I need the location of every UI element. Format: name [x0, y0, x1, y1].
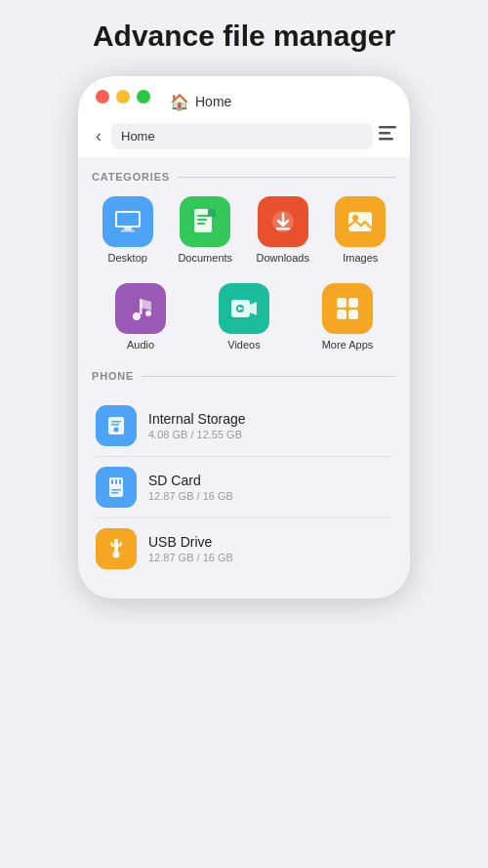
address-input[interactable]	[111, 123, 373, 149]
sdcard-size: 12.87 GB / 16 GB	[148, 490, 233, 502]
usb-info: USB Drive 12.87 GB / 16 GB	[148, 534, 233, 563]
maximize-button[interactable]	[137, 90, 150, 103]
category-desktop[interactable]: Desktop	[92, 196, 164, 264]
categories-divider	[178, 177, 396, 178]
svg-point-28	[114, 428, 119, 433]
videos-label: Videos	[227, 339, 260, 351]
svg-point-17	[145, 310, 151, 316]
usb-icon	[96, 528, 137, 569]
desktop-icon	[102, 196, 153, 247]
svg-rect-32	[115, 479, 117, 484]
window-title: Home	[195, 94, 231, 109]
minimize-button[interactable]	[116, 90, 130, 103]
svg-rect-40	[120, 542, 123, 546]
home-icon: 🏠	[170, 93, 189, 111]
svg-rect-31	[111, 479, 113, 484]
svg-rect-9	[197, 219, 207, 221]
phone-frame: 🏠 Home ‹ CATEGORIES	[78, 76, 410, 599]
internal-storage-icon	[96, 405, 137, 446]
sdcard-name: SD Card	[148, 473, 233, 488]
svg-rect-39	[110, 542, 113, 546]
documents-icon	[180, 196, 230, 247]
videos-icon	[219, 283, 269, 334]
category-images[interactable]: Images	[325, 196, 397, 264]
svg-rect-1	[379, 132, 390, 135]
svg-rect-10	[197, 223, 205, 225]
svg-rect-26	[111, 421, 121, 423]
images-icon	[335, 196, 386, 247]
address-bar-row: ‹	[92, 123, 396, 157]
category-documents[interactable]: Documents	[170, 196, 242, 264]
svg-rect-0	[379, 126, 396, 129]
storage-item-usb[interactable]: USB Drive 12.87 GB / 16 GB	[92, 518, 396, 579]
svg-rect-22	[348, 298, 358, 308]
svg-rect-5	[124, 227, 132, 230]
svg-rect-4	[117, 213, 139, 226]
svg-rect-27	[111, 424, 119, 426]
svg-rect-8	[197, 215, 209, 217]
phone-label: PHONE	[92, 370, 134, 382]
sdcard-icon	[96, 467, 137, 508]
svg-rect-11	[208, 209, 216, 217]
moreapps-icon	[322, 283, 373, 334]
usb-name: USB Drive	[148, 534, 233, 550]
audio-label: Audio	[127, 339, 154, 351]
traffic-lights	[96, 90, 150, 103]
audio-icon	[115, 283, 166, 334]
category-videos[interactable]: Videos	[195, 283, 293, 351]
usb-size: 12.87 GB / 16 GB	[148, 552, 233, 563]
svg-rect-24	[348, 310, 358, 319]
back-button[interactable]: ‹	[92, 124, 105, 148]
desktop-label: Desktop	[108, 252, 147, 264]
storage-list: Internal Storage 4.08 GB / 12.55 GB	[92, 395, 396, 579]
page-title: Advance file manager	[93, 20, 395, 53]
phone-divider	[142, 376, 396, 377]
category-moreapps[interactable]: More Apps	[299, 283, 396, 351]
svg-rect-2	[379, 138, 393, 141]
window-chrome: 🏠 Home ‹	[78, 76, 410, 157]
svg-rect-13	[276, 227, 290, 230]
svg-rect-21	[337, 298, 346, 308]
close-button[interactable]	[96, 90, 109, 103]
svg-rect-33	[119, 479, 121, 484]
images-label: Images	[343, 252, 378, 264]
documents-label: Documents	[178, 252, 232, 264]
svg-point-37	[113, 552, 120, 558]
category-audio[interactable]: Audio	[92, 283, 189, 351]
internal-storage-info: Internal Storage 4.08 GB / 12.55 GB	[148, 411, 246, 440]
storage-item-internal[interactable]: Internal Storage 4.08 GB / 12.55 GB	[92, 395, 396, 456]
svg-rect-6	[121, 230, 135, 232]
phone-section-header: PHONE	[92, 370, 396, 382]
svg-point-16	[133, 312, 141, 320]
category-downloads[interactable]: Downloads	[247, 196, 319, 264]
categories-grid-row1: Desktop Documents	[92, 196, 396, 264]
categories-label: CATEGORIES	[92, 171, 170, 183]
list-view-icon[interactable]	[379, 126, 396, 146]
content-area: CATEGORIES Desktop	[78, 157, 410, 599]
moreapps-label: More Apps	[322, 339, 374, 351]
svg-rect-35	[111, 492, 118, 494]
storage-item-sdcard[interactable]: SD Card 12.87 GB / 16 GB	[92, 457, 396, 517]
downloads-label: Downloads	[257, 252, 309, 264]
window-title-bar: 🏠 Home	[170, 93, 231, 111]
svg-rect-14	[348, 212, 372, 231]
internal-storage-name: Internal Storage	[148, 411, 246, 427]
svg-rect-23	[337, 310, 346, 319]
svg-rect-34	[111, 489, 121, 491]
categories-section-header: CATEGORIES	[92, 171, 396, 183]
internal-storage-size: 4.08 GB / 12.55 GB	[148, 429, 246, 440]
categories-grid-row2: Audio Videos	[92, 283, 396, 351]
downloads-icon	[258, 196, 308, 247]
sdcard-info: SD Card 12.87 GB / 16 GB	[148, 473, 233, 502]
